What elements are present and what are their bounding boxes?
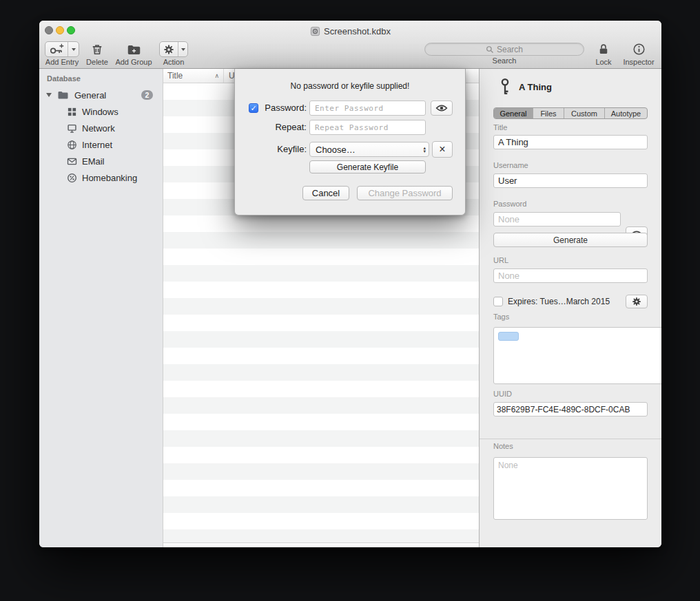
action-button[interactable] [159,41,188,57]
macpass-window: Screenshot.kdbx Add Entry [39,21,661,547]
search-label: Search [493,57,517,65]
sidebar-item-label: Homebanking [82,173,137,183]
envelope-icon [67,156,77,167]
toolbar-item-add-group: Add Group [112,41,155,66]
tags-box[interactable] [493,327,661,384]
lock-label: Lock [595,59,611,66]
entry-header: A Thing [499,76,552,97]
sidebar-item-internet[interactable]: Internet [39,136,163,153]
password-field[interactable] [493,212,621,226]
search-input[interactable]: Search [424,43,584,56]
toolbar: Add Entry Delete Add Group [39,40,661,69]
cancel-button[interactable]: Cancel [302,186,349,200]
sidebar-item-label: General [74,90,106,101]
password-field-label: Password [493,200,648,209]
password-checkbox[interactable]: ✓ [249,103,258,113]
url-field[interactable] [493,268,648,283]
keyfile-label: Keyfile: [260,142,307,157]
lock-icon [597,43,610,56]
toolbar-item-inspector: Inspector [619,41,658,66]
url-field-label: URL [493,256,648,265]
add-group-button[interactable] [127,41,141,57]
inspector-panel: A Thing General Files Custom Autotype Ti… [479,69,661,547]
change-password-sheet: No password or keyfile supplied! ✓ Passw… [234,69,466,215]
add-group-label: Add Group [115,59,152,66]
repeat-label: Repeat: [260,120,307,135]
expires-settings-button[interactable] [626,295,648,308]
globe-icon [67,140,77,150]
window-title-text: Screenshot.kdbx [324,26,391,36]
repeat-password-input[interactable] [309,120,426,135]
trash-icon [90,43,104,56]
sort-ascending-icon: ∧ [214,72,219,79]
search-placeholder: Search [497,45,523,54]
sidebar-item-windows[interactable]: Windows [39,103,163,120]
add-entry-dropdown[interactable] [68,42,79,56]
document-icon [310,26,320,36]
change-password-button[interactable]: Change Password [357,186,453,200]
key-icon [499,78,511,96]
window-title: Screenshot.kdbx [39,25,661,37]
tab-general[interactable]: General [494,108,533,118]
toolbar-item-add-entry: Add Entry [41,41,83,66]
toolbar-item-lock: Lock [588,41,619,66]
window-chrome: Screenshot.kdbx Add Entry [39,21,661,69]
column-header-title[interactable]: Title ∧ [163,69,224,83]
tab-autotype[interactable]: Autotype [605,108,647,118]
add-entry-label: Add Entry [45,59,79,66]
delete-button[interactable] [90,41,104,57]
tab-custom[interactable]: Custom [564,108,605,118]
inspector-tabs: General Files Custom Autotype [493,107,648,119]
close-x-icon: × [439,144,445,155]
eye-icon [435,104,448,112]
uuid-label: UUID [493,390,648,399]
toolbar-item-action: Action [156,41,191,66]
inspector-button[interactable] [632,41,646,57]
toolbar-item-delete: Delete [82,41,112,66]
sidebar-item-label: Internet [82,140,112,150]
tab-files[interactable]: Files [533,108,564,118]
entry-count-badge: 2 [141,90,153,100]
info-icon [632,43,646,56]
reveal-password-button[interactable] [431,101,453,116]
generate-password-button[interactable]: Generate [493,233,648,247]
popup-chevrons-icon: ▴▾ [423,146,427,154]
tags-label: Tags [493,313,648,321]
title-field[interactable] [493,135,648,149]
sidebar-item-network[interactable]: Network [39,120,163,136]
action-dropdown[interactable] [178,42,187,56]
clear-keyfile-button[interactable]: × [432,141,453,158]
windows-grid-icon [67,107,77,117]
add-entry-button[interactable] [45,41,79,57]
sidebar-section-header: Database [47,74,81,83]
expires-label: Expires: Tues…March 2015 [508,295,610,308]
uuid-field[interactable] [493,402,648,417]
sidebar-item-homebanking[interactable]: Homebanking [39,169,163,186]
sidebar-item-general[interactable]: General 2 [39,87,163,103]
notes-field[interactable] [493,457,648,520]
sidebar-item-email[interactable]: EMail [39,153,163,169]
expires-checkbox[interactable] [493,297,503,306]
chevron-down-icon [181,48,185,51]
inspector-label: Inspector [623,59,654,66]
enter-password-input[interactable] [309,101,426,116]
disclosure-triangle-icon[interactable] [46,93,52,97]
column-title-label: Title [167,71,183,81]
keyfile-popup[interactable]: Choose… ▴▾ [309,142,429,157]
sidebar-item-label: EMail [82,156,105,167]
generate-keyfile-button[interactable]: Generate Keyfile [309,160,426,173]
key-plus-icon [49,43,64,56]
keyfile-popup-value: Choose… [316,145,423,155]
lock-button[interactable] [597,41,610,57]
action-label: Action [163,59,185,66]
sheet-message: No password or keyfile supplied! [235,81,465,91]
toolbar-item-search: Search Search [424,41,585,65]
chevron-down-icon [72,48,76,51]
sidebar-item-label: Network [82,123,115,134]
username-field[interactable] [493,173,648,188]
entry-title: A Thing [519,82,552,92]
username-field-label: Username [493,161,648,170]
folder-icon [57,90,69,100]
folder-plus-icon [127,43,141,56]
tag-chip[interactable] [498,332,519,341]
